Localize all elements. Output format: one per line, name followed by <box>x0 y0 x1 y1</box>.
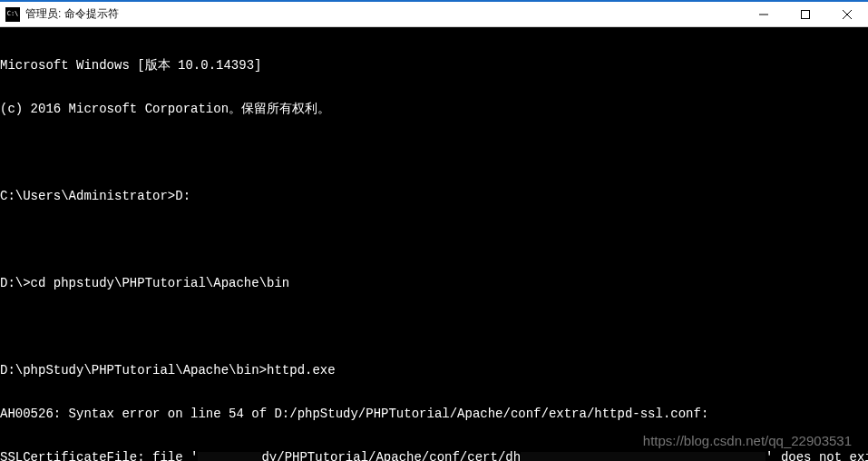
terminal-line: D:\phpStudy\PHPTutorial\Apache\bin>httpd… <box>0 363 868 378</box>
close-button[interactable] <box>826 2 868 26</box>
terminal-line <box>0 319 868 334</box>
svg-rect-1 <box>802 10 810 18</box>
close-icon <box>843 10 852 19</box>
terminal-line: C:\Users\Administrator>D: <box>0 189 868 203</box>
titlebar[interactable]: 管理员: 命令提示符 <box>0 2 868 27</box>
terminal-line: AH00526: Syntax error on line 54 of D:/p… <box>0 407 868 421</box>
maximize-button[interactable] <box>785 2 826 26</box>
output-text: dy/PHPTutorial/Apache/conf/cert/dh <box>261 450 521 461</box>
command-prompt-window: 管理员: 命令提示符 Microsoft Windows [版本 10.0.14… <box>0 0 868 461</box>
terminal-line: SSLCertificateFile: file 'dy/PHPTutorial… <box>0 450 868 461</box>
prompt: D:\phpStudy\PHPTutorial\Apache\bin> <box>0 363 267 378</box>
maximize-icon <box>801 10 810 19</box>
command: httpd.exe <box>267 363 336 378</box>
terminal-area[interactable]: Microsoft Windows [版本 10.0.14393] (c) 20… <box>0 27 868 461</box>
terminal-line <box>0 145 868 160</box>
output-text: SSLCertificateFile: file ' <box>0 450 198 461</box>
command: D: <box>175 189 190 203</box>
output-text: ' does not exist o <box>766 450 868 461</box>
minimize-button[interactable] <box>743 2 785 26</box>
terminal-line: (c) 2016 Microsoft Corporation。保留所有权利。 <box>0 102 868 116</box>
redacted-text <box>198 452 261 461</box>
command: cd phpstudy\PHPTutorial\Apache\bin <box>31 276 290 290</box>
terminal-line: D:\>cd phpstudy\PHPTutorial\Apache\bin <box>0 276 868 290</box>
prompt: C:\Users\Administrator> <box>0 189 175 203</box>
minimize-icon <box>759 10 768 19</box>
terminal-line <box>0 232 868 247</box>
watermark: https://blog.csdn.net/qq_22903531 <box>643 434 852 448</box>
window-controls <box>743 2 868 26</box>
redacted-text <box>521 452 766 461</box>
terminal-line: Microsoft Windows [版本 10.0.14393] <box>0 58 868 73</box>
cmd-icon <box>5 7 20 22</box>
window-title: 管理员: 命令提示符 <box>25 6 743 22</box>
prompt: D:\> <box>0 276 31 290</box>
